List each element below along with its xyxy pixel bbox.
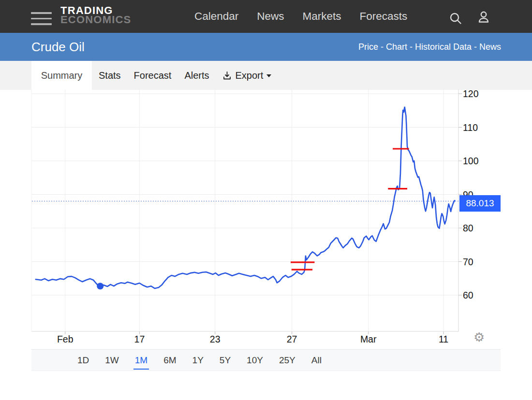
x-axis-label: Mar xyxy=(352,334,385,345)
x-axis-label: 27 xyxy=(275,334,309,345)
y-axis-label: 70 xyxy=(463,257,489,268)
download-icon xyxy=(222,71,232,81)
nav-links: Calendar News Markets Forecasts xyxy=(194,0,407,33)
gear-icon[interactable]: ⚙ xyxy=(473,330,485,344)
nav-link-markets[interactable]: Markets xyxy=(303,10,341,23)
range-all[interactable]: All xyxy=(310,351,323,370)
x-axis-label: 23 xyxy=(198,334,232,345)
hamburger-bar xyxy=(31,18,52,20)
x-axis-label: Feb xyxy=(48,334,82,345)
export-button[interactable]: Export xyxy=(216,70,278,81)
range-1y[interactable]: 1Y xyxy=(191,351,205,370)
range-1d[interactable]: 1D xyxy=(76,351,90,370)
price-line xyxy=(36,107,455,288)
trading-economics-logo[interactable]: TRADING ECONOMICS xyxy=(60,6,131,25)
page-title: Crude Oil xyxy=(31,40,85,55)
instrument-header: Crude Oil Price - Chart - Historical Dat… xyxy=(0,33,532,61)
nav-link-news[interactable]: News xyxy=(257,10,284,23)
export-label: Export xyxy=(236,70,264,81)
nav-link-calendar[interactable]: Calendar xyxy=(194,10,238,23)
range-selector: 1D 1W 1M 6M 1Y 5Y 10Y 25Y All xyxy=(31,349,501,371)
tab-bar: Summary Stats Forecast Alerts Export xyxy=(0,61,532,90)
data-point-marker[interactable] xyxy=(97,283,103,289)
tab-summary[interactable]: Summary xyxy=(31,61,92,90)
chevron-down-icon xyxy=(266,74,271,80)
current-price-badge: 88.013 xyxy=(459,195,501,212)
breadcrumb[interactable]: Price - Chart - Historical Data - News xyxy=(358,42,501,52)
y-axis-label: 80 xyxy=(463,223,489,234)
user-account-icon[interactable] xyxy=(477,10,490,24)
logo-line2: ECONOMICS xyxy=(60,15,131,25)
hamburger-bar xyxy=(31,23,52,25)
search-icon[interactable] xyxy=(449,12,462,25)
nav-link-forecasts[interactable]: Forecasts xyxy=(360,10,408,23)
x-axis-label: 11 xyxy=(427,334,460,345)
range-25y[interactable]: 25Y xyxy=(278,351,297,370)
top-navbar: TRADING ECONOMICS Calendar News Markets … xyxy=(0,0,532,33)
y-axis-label: 60 xyxy=(463,290,489,301)
range-1w[interactable]: 1W xyxy=(103,351,120,370)
hamburger-menu-icon[interactable] xyxy=(31,12,52,25)
range-1m[interactable]: 1M xyxy=(133,351,149,370)
y-axis-label: 100 xyxy=(463,156,489,167)
page: TRADING ECONOMICS Calendar News Markets … xyxy=(0,0,532,400)
range-5y[interactable]: 5Y xyxy=(218,351,232,370)
range-6m[interactable]: 6M xyxy=(162,351,177,370)
tab-alerts[interactable]: Alerts xyxy=(178,70,215,81)
x-axis-label: 17 xyxy=(122,334,156,345)
y-axis-label: 120 xyxy=(463,88,489,100)
tabs-rest: Stats Forecast Alerts Export xyxy=(92,61,278,90)
hamburger-bar xyxy=(31,12,52,14)
y-axis-label: 110 xyxy=(463,122,489,133)
tab-forecast[interactable]: Forecast xyxy=(128,70,178,81)
range-10y[interactable]: 10Y xyxy=(245,351,265,370)
tab-stats[interactable]: Stats xyxy=(92,70,127,81)
